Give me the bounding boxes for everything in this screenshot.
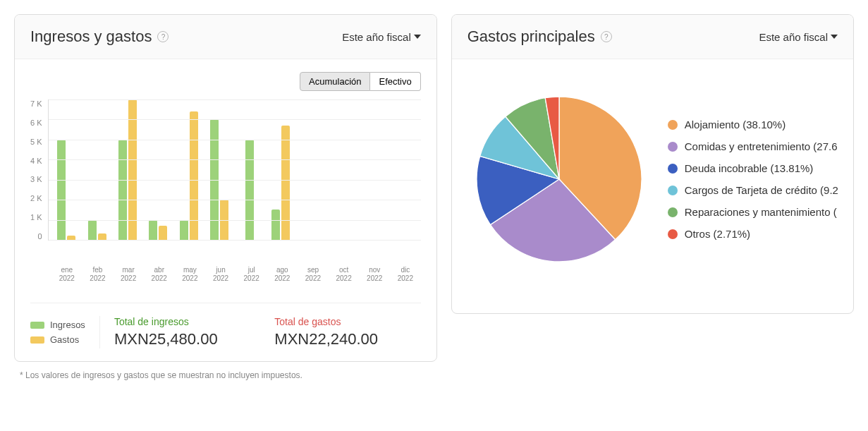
month-group <box>265 99 295 240</box>
bar-expense[interactable] <box>281 126 290 240</box>
card-body: Acumulación Efectivo 7 K6 K5 K4 K3 K2 K1… <box>15 59 436 361</box>
pie-legend-item[interactable]: Deuda incobrable (13.81%) <box>668 162 838 174</box>
basis-toggle: Acumulación Efectivo <box>30 72 421 91</box>
bars-container <box>49 99 421 240</box>
chevron-down-icon <box>831 35 838 39</box>
dashboard: Ingresos y gastos ? Este año fiscal Acum… <box>14 14 854 362</box>
bar-legend: Ingresos Gastos <box>30 316 100 348</box>
y-tick: 0 <box>37 232 42 241</box>
x-label: ago2022 <box>267 266 298 283</box>
footnote: * Los valores de ingresos y gastos que s… <box>14 370 854 380</box>
month-group <box>357 99 387 240</box>
legend-expense-label: Gastos <box>50 334 79 345</box>
gridline <box>49 180 421 181</box>
pie-swatch <box>668 120 678 130</box>
swatch-expense <box>30 336 44 344</box>
total-expense-value: MXN22,240.00 <box>274 330 420 348</box>
pie-legend-item[interactable]: Comidas y entretenimiento (27.6 <box>668 140 838 152</box>
bar-income[interactable] <box>118 140 127 240</box>
month-group <box>173 99 204 240</box>
total-expense-label: Total de gastos <box>274 316 420 327</box>
gridline <box>49 200 421 200</box>
pie-legend-item[interactable]: Otros (2.71%) <box>668 228 838 240</box>
y-tick: 4 K <box>30 157 42 165</box>
total-income-label: Total de ingresos <box>114 316 260 327</box>
pie-legend-label: Reparaciones y mantenimiento ( <box>685 206 837 218</box>
y-tick: 5 K <box>30 138 42 146</box>
bar-expense[interactable] <box>190 111 198 240</box>
total-expense-block: Total de gastos MXN22,240.00 <box>274 316 420 348</box>
x-label: dic2022 <box>390 266 421 283</box>
y-tick: 7 K <box>30 99 42 108</box>
bar-expense[interactable] <box>128 99 137 240</box>
period-label: Este año fiscal <box>342 31 411 43</box>
month-group <box>204 99 234 240</box>
x-label: abr2022 <box>144 266 175 283</box>
bar-chart: 7 K6 K5 K4 K3 K2 K1 K0 <box>30 99 421 262</box>
card-title: Ingresos y gastos ? <box>30 28 169 46</box>
pie-legend-item[interactable]: Alojamiento (38.10%) <box>668 119 838 130</box>
month-group <box>295 99 326 240</box>
bar-income[interactable] <box>245 140 254 240</box>
y-tick: 2 K <box>30 194 42 202</box>
pie-legend-label: Otros (2.71%) <box>685 228 750 240</box>
legend-income-label: Ingresos <box>50 320 85 330</box>
title-text: Gastos principales <box>467 28 595 46</box>
x-label: ene2022 <box>51 266 82 283</box>
pie-swatch <box>668 186 678 195</box>
bar-income[interactable] <box>271 210 280 240</box>
x-label: feb2022 <box>82 266 114 283</box>
x-label: mar2022 <box>113 266 144 283</box>
accrual-button[interactable]: Acumulación <box>300 72 370 91</box>
period-selector[interactable]: Este año fiscal <box>759 31 838 43</box>
bar-income[interactable] <box>57 140 66 240</box>
bar-income[interactable] <box>149 220 157 240</box>
y-tick: 3 K <box>30 175 42 183</box>
month-group <box>387 99 417 240</box>
total-income-block: Total de ingresos MXN25,480.00 <box>114 316 260 348</box>
total-income-value: MXN25,480.00 <box>114 330 260 348</box>
x-label: jul2022 <box>236 266 267 283</box>
pie-body: Alojamiento (38.10%)Comidas y entretenim… <box>452 59 853 313</box>
divider <box>30 303 421 303</box>
card-title: Gastos principales ? <box>467 28 612 46</box>
pie-legend-item[interactable]: Reparaciones y mantenimiento ( <box>668 206 838 218</box>
period-selector[interactable]: Este año fiscal <box>342 31 421 43</box>
month-group <box>326 99 357 240</box>
top-expenses-card: Gastos principales ? Este año fiscal Alo… <box>451 14 854 314</box>
pie-legend-item[interactable]: Cargos de Tarjeta de crédito (9.2 <box>668 184 838 196</box>
x-label: oct2022 <box>329 266 360 283</box>
bar-income[interactable] <box>180 220 188 240</box>
pie-swatch <box>668 207 678 217</box>
bar-income[interactable] <box>88 220 97 240</box>
bar-expense[interactable] <box>98 233 106 240</box>
month-group <box>143 99 173 240</box>
title-text: Ingresos y gastos <box>30 28 152 46</box>
pie-swatch <box>668 142 678 152</box>
help-icon[interactable]: ? <box>157 31 169 42</box>
month-group <box>82 99 112 240</box>
pie-legend-label: Comidas y entretenimiento (27.6 <box>685 140 838 152</box>
bar-expense[interactable] <box>159 226 167 240</box>
month-group <box>235 99 265 240</box>
month-group <box>112 99 142 240</box>
month-group <box>51 99 82 240</box>
gridline <box>49 140 421 140</box>
y-tick: 6 K <box>30 119 42 127</box>
card-header: Ingresos y gastos ? Este año fiscal <box>15 15 436 59</box>
cash-button[interactable]: Efectivo <box>370 72 420 91</box>
x-label: nov2022 <box>359 266 390 283</box>
pie-swatch <box>668 229 678 239</box>
gridline <box>49 220 421 221</box>
y-tick: 1 K <box>30 213 42 221</box>
gridline <box>49 99 421 100</box>
period-label: Este año fiscal <box>759 31 828 43</box>
help-icon[interactable]: ? <box>601 31 612 42</box>
plot-area <box>48 99 421 241</box>
gridline <box>49 159 421 160</box>
pie-legend: Alojamiento (38.10%)Comidas y entretenim… <box>668 119 838 240</box>
x-label: may2022 <box>175 266 206 283</box>
pie-swatch <box>668 164 678 174</box>
pie-legend-label: Alojamiento (38.10%) <box>685 119 786 130</box>
income-expense-card: Ingresos y gastos ? Este año fiscal Acum… <box>14 14 437 362</box>
